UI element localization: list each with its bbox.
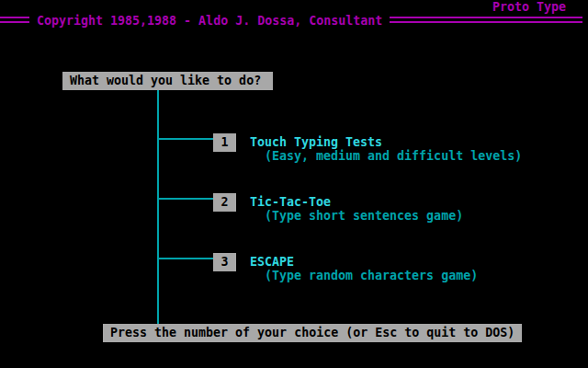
menu-item-2-subtitle: (Type short sentences game) xyxy=(265,209,463,224)
menu-item-3-subtitle: (Type random characters game) xyxy=(265,269,478,283)
menu-item-2-key[interactable]: 2 xyxy=(213,193,236,212)
menu-item-1-key[interactable]: 1 xyxy=(213,133,236,152)
footer-prompt: Press the number of your choice (or Esc … xyxy=(103,324,522,342)
menu-item-1-subtitle: (Easy, medium and difficult levels) xyxy=(265,149,522,164)
tree-trunk-line xyxy=(157,90,159,324)
dos-screen: Proto Type Copyright 1985,1988 - Aldo J.… xyxy=(0,0,588,368)
menu-header: What would you like to do? xyxy=(62,72,273,90)
app-title: Proto Type xyxy=(492,0,566,15)
copyright-rule-right xyxy=(390,17,582,23)
copyright-text: Copyright 1985,1988 - Aldo J. Dossa, Con… xyxy=(37,14,382,29)
tree-branch-line-2 xyxy=(159,198,213,200)
menu-item-3-key[interactable]: 3 xyxy=(213,253,236,271)
tree-branch-line-3 xyxy=(159,258,213,259)
copyright-rule-left xyxy=(0,17,29,23)
tree-branch-line-1 xyxy=(159,138,213,140)
